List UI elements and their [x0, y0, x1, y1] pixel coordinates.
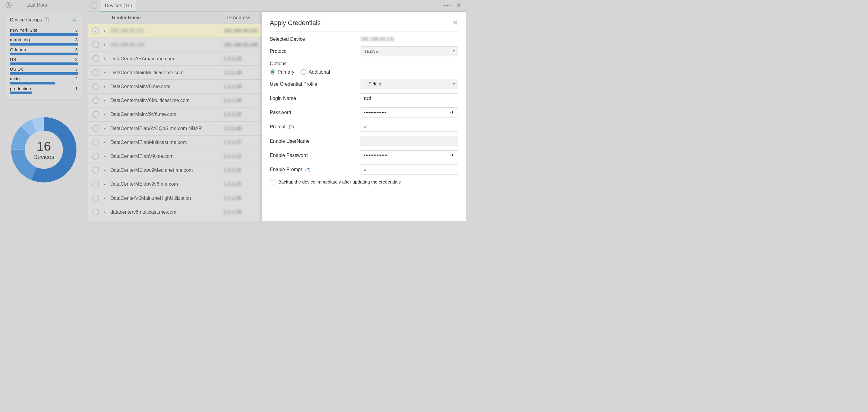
expand-arrow-icon[interactable]: ▸ — [104, 98, 110, 103]
row-select-checkbox[interactable] — [92, 195, 99, 202]
options-heading: Options — [270, 61, 458, 66]
row-select-checkbox[interactable] — [92, 55, 99, 62]
select-all-checkbox[interactable] — [91, 2, 98, 9]
credential-profile-select[interactable]: ---Select--- ▾ — [361, 79, 458, 89]
more-menu-icon[interactable]: ••• — [443, 2, 452, 9]
donut-count: 16 — [34, 139, 54, 153]
row-select-checkbox[interactable] — [92, 111, 99, 118]
radio-primary-label: Primary — [278, 69, 294, 74]
timeframe-label[interactable]: Last Hour — [26, 2, 48, 8]
device-name: DataCenterV5Main.meHighUtilization — [110, 195, 224, 201]
expand-arrow-icon[interactable]: ▸ — [104, 71, 110, 75]
expand-arrow-icon[interactable]: ▸ — [104, 154, 110, 159]
enable-password-input[interactable] — [361, 150, 458, 160]
modal-close-icon[interactable]: ✕ — [452, 19, 458, 27]
expand-arrow-icon[interactable]: ▸ — [104, 140, 110, 145]
group-count: 3 — [75, 28, 78, 33]
backup-checkbox[interactable] — [270, 179, 275, 185]
add-group-button[interactable]: ＋ — [70, 15, 78, 25]
row-select-checkbox[interactable] — [92, 83, 99, 90]
chevron-down-icon: ▾ — [453, 49, 455, 54]
donut-label: Devices — [34, 154, 54, 161]
enable-prompt-help-link[interactable]: (?) — [305, 167, 311, 172]
tab-devices[interactable]: Devices (16) — [101, 0, 136, 11]
protocol-select[interactable]: TELNET ▾ — [361, 46, 458, 56]
device-name: 192.168.50.131 — [110, 28, 224, 34]
group-count: 3 — [75, 67, 78, 72]
eye-icon[interactable]: 👁 — [450, 152, 455, 158]
expand-arrow-icon[interactable]: ▸ — [104, 210, 110, 214]
topbar: Devices (16) ••• ✕ — [88, 0, 466, 12]
row-select-checkbox[interactable] — [92, 28, 99, 34]
group-row[interactable]: US DC3 — [10, 67, 78, 72]
row-select-checkbox[interactable] — [92, 41, 99, 48]
radio-dot-icon — [301, 69, 306, 74]
enable-prompt-input[interactable] — [361, 165, 458, 174]
group-name: marketing — [10, 37, 30, 42]
group-name: mktg — [10, 76, 20, 81]
col-router-name[interactable]: Router Name — [107, 15, 227, 20]
device-name: DataCenterMElabv9Medianet.me.com — [110, 168, 224, 173]
row-select-checkbox[interactable] — [92, 209, 99, 215]
expand-arrow-icon[interactable]: ▸ — [104, 182, 110, 186]
radio-additional-label: Additional — [309, 69, 330, 74]
clock-icon — [5, 2, 11, 8]
close-icon[interactable]: ✕ — [456, 1, 462, 9]
expand-arrow-icon[interactable]: ▸ — [104, 126, 110, 130]
enable-username-input[interactable] — [361, 136, 458, 146]
tab-label: Devices — [105, 3, 122, 8]
group-name: Orlando — [10, 47, 26, 52]
help-icon[interactable]: ? — [44, 17, 49, 22]
expand-arrow-icon[interactable]: ▸ — [104, 168, 110, 172]
sidebar: Last Hour Device Groups ? ＋ new York Sit… — [0, 0, 88, 221]
selected-device-value: 192.168.50.131 — [361, 37, 395, 42]
group-row[interactable]: production1 — [10, 86, 78, 91]
expand-arrow-icon[interactable]: ▸ — [104, 196, 110, 200]
device-name: DataCenterMElabv9v6.me.com — [110, 181, 224, 187]
group-row[interactable]: Orlando3 — [10, 47, 78, 52]
modal-title: Apply Credentials — [270, 19, 320, 26]
expand-arrow-icon[interactable]: ▸ — [104, 29, 110, 33]
radio-primary[interactable]: Primary — [270, 69, 294, 74]
login-name-label: Login Name — [270, 95, 361, 101]
group-bar — [10, 82, 78, 84]
backup-label: Backup the device immediately after upda… — [278, 180, 401, 185]
expand-arrow-icon[interactable]: ▸ — [104, 42, 110, 47]
eye-icon[interactable]: 👁 — [450, 110, 455, 115]
expand-arrow-icon[interactable]: ▸ — [104, 57, 110, 61]
group-row[interactable]: marketing3 — [10, 37, 78, 42]
expand-arrow-icon[interactable]: ▸ — [104, 84, 110, 89]
radio-dot-icon — [270, 69, 275, 74]
group-row[interactable]: US3 — [10, 57, 78, 62]
group-name: production — [10, 86, 31, 91]
prompt-help-link[interactable]: (?) — [289, 124, 294, 129]
group-count: 2 — [75, 76, 78, 81]
group-row[interactable]: new York Site3 — [10, 28, 78, 33]
device-name: DataCenterMainV9V6.me.com — [110, 112, 224, 117]
password-input[interactable] — [361, 107, 458, 117]
row-select-checkbox[interactable] — [92, 125, 99, 132]
group-bar — [10, 53, 78, 56]
enable-username-label: Enable UserName — [270, 138, 361, 144]
expand-arrow-icon[interactable]: ▸ — [104, 112, 110, 116]
group-row[interactable]: mktg2 — [10, 76, 78, 81]
group-bar — [10, 63, 78, 65]
timeframe-header: Last Hour — [0, 0, 88, 11]
group-name: US — [10, 57, 16, 62]
group-bar — [10, 43, 78, 45]
row-select-checkbox[interactable] — [92, 167, 99, 174]
row-select-checkbox[interactable] — [92, 153, 99, 160]
device-name: DataCenterMElabV9.me.com — [110, 153, 224, 159]
prompt-input[interactable] — [361, 122, 458, 132]
device-name: DataCenterMainMulticast.me.com — [110, 70, 224, 75]
row-select-checkbox[interactable] — [92, 139, 99, 146]
device-groups-card: Device Groups ? ＋ new York Site3marketin… — [6, 11, 82, 100]
radio-additional[interactable]: Additional — [301, 69, 330, 74]
row-select-checkbox[interactable] — [92, 97, 99, 104]
row-select-checkbox[interactable] — [92, 69, 99, 76]
row-select-checkbox[interactable] — [92, 181, 99, 188]
device-groups-title: Device Groups — [10, 17, 42, 22]
login-name-input[interactable] — [361, 93, 458, 103]
credential-profile-label: Use Credential Profile — [270, 81, 361, 87]
device-name: DataCenterMElabMulticast.me.com — [110, 139, 224, 145]
